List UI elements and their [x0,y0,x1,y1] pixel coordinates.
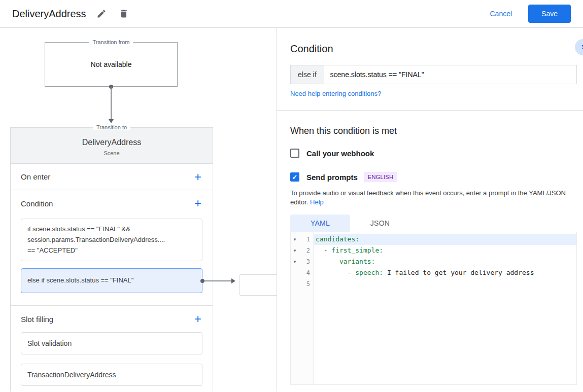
condition-expression-input[interactable] [324,65,576,84]
on-enter-row[interactable]: On enter + [11,164,213,190]
condition-expression-group: else if [290,65,577,84]
code-token: first_simple: [331,246,383,254]
condition-item-selected[interactable]: else if scene.slots.status == "FINAL" [21,268,202,293]
language-badge: ENGLISH [364,172,397,182]
send-prompts-checkbox[interactable] [290,172,299,182]
top-bar: DeliveryAddress Cancel Save [0,0,583,28]
prompt-description: To provide audio or visual feedback when… [290,189,577,206]
tab-yaml[interactable]: YAML [290,215,350,232]
edit-title-button[interactable] [94,7,109,21]
condition-section-label: Condition [21,199,53,208]
transition-target-node[interactable] [239,274,277,296]
save-button[interactable]: Save [528,5,571,23]
help-link[interactable]: Help [310,198,324,206]
cancel-button[interactable]: Cancel [487,9,515,18]
line-number: 2 [299,247,314,254]
condition-list: if scene.slots.status == "FINAL" && sess… [11,217,213,305]
line-number: 1 [299,236,314,243]
condition-editor-panel: › Condition else if Need help entering c… [277,28,583,391]
when-met-title: When this condition is met [290,126,577,136]
scene-name: DeliveryAddress [11,138,213,147]
slot-filling-label: Slot filling [21,315,53,324]
line-number: 3 [299,258,314,265]
slot-filling-section-row: Slot filling + [11,306,213,332]
on-enter-label: On enter [21,172,50,181]
prompt-description-text: To provide audio or visual feedback when… [290,189,566,206]
page-title: DeliveryAddress [12,8,86,20]
conditions-help-link[interactable]: Need help entering conditions? [290,90,381,97]
panel-title: Condition [290,43,577,55]
transition-to-node: Transition to DeliveryAddress Scene On e… [10,127,213,391]
code-token: - [316,246,331,254]
code-token: I failed to get your delivery address [383,269,534,276]
tab-json[interactable]: JSON [350,215,410,232]
scene-type-label: Scene [11,150,213,156]
webhook-checkbox[interactable] [290,149,299,158]
add-condition-button[interactable]: + [193,197,202,209]
condition-item[interactable]: if scene.slots.status == "FINAL" && sess… [21,219,202,261]
code-token: variants: [339,258,375,265]
transition-from-content: Not available [91,60,132,68]
yaml-editor[interactable]: ▾1▾2▾345 candidates: - first_simple: var… [290,232,577,385]
connector-arrowhead-icon [109,119,114,123]
fold-toggle-icon[interactable]: ▾ [291,259,299,264]
code-token: - [316,269,355,276]
code-line[interactable]: - first_simple: [314,245,576,256]
code-line[interactable]: - speech: I failed to get your delivery … [314,267,576,278]
main-area: Transition from Not available Transition… [0,28,583,391]
fold-toggle-icon[interactable]: ▾ [291,248,299,253]
add-slot-button[interactable]: + [193,313,202,325]
editor-code[interactable]: candidates: - first_simple: variants: - … [314,232,576,384]
condition-item-text: else if scene.slots.status == "FINAL" [27,276,133,284]
slot-item-delivery-address[interactable]: TransactionDeliveryAddress [21,364,202,386]
panel-divider [277,110,583,111]
add-on-enter-button[interactable]: + [193,171,202,183]
webhook-label: Call your webhook [306,149,374,158]
send-prompts-row[interactable]: Send prompts ENGLISH [290,172,577,182]
code-line[interactable]: variants: [314,256,576,267]
slot-item-validation[interactable]: Slot validation [21,332,202,354]
transition-to-legend: Transition to [93,124,130,130]
code-line[interactable] [314,278,576,290]
webhook-row[interactable]: Call your webhook [290,149,577,158]
condition-connector-arrowhead-icon [231,278,235,283]
transition-from-node: Transition from Not available [45,42,178,87]
condition-section-row: Condition + [11,190,213,217]
editor-gutter: ▾1▾2▾345 [291,232,314,384]
code-line[interactable]: candidates: [314,234,576,245]
condition-connector-line [204,280,234,281]
line-number: 5 [299,280,314,288]
fold-toggle-icon[interactable]: ▾ [291,237,299,242]
send-prompts-label: Send prompts [306,173,358,182]
scene-diagram-canvas: Transition from Not available Transition… [0,28,277,391]
delete-scene-button[interactable] [117,7,131,21]
scene-card-header[interactable]: DeliveryAddress Scene [11,128,213,164]
condition-prefix-label: else if [291,65,324,84]
code-token [316,258,339,265]
code-token: speech: [355,269,383,276]
connector-line [111,87,112,119]
trash-icon [119,9,129,19]
pencil-icon [96,9,107,19]
transition-from-legend: Transition from [89,39,133,45]
editor-tabs: YAML JSON [290,215,577,232]
code-token: candidates: [316,235,359,243]
line-number: 4 [299,269,314,276]
chevron-right-icon: › [581,41,583,52]
